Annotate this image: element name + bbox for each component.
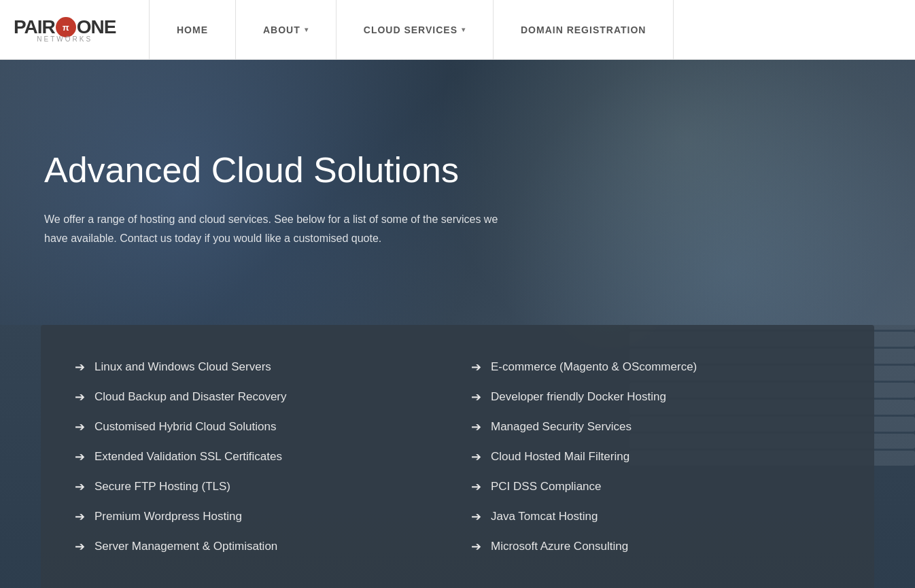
list-item: ➔ E-commerce (Magento & OScommerce) xyxy=(471,352,827,382)
list-item: ➔ Customised Hybrid Cloud Solutions xyxy=(75,412,444,442)
nav-about-label: ABOUT xyxy=(263,24,300,35)
nav-item-home[interactable]: HOME xyxy=(150,0,236,59)
services-grid: ➔ Linux and Windows Cloud Servers ➔ Clou… xyxy=(75,352,840,561)
arrow-icon-14: ➔ xyxy=(471,539,481,554)
service-label-2: Cloud Backup and Disaster Recovery xyxy=(94,390,287,404)
list-item: ➔ Managed Security Services xyxy=(471,412,827,442)
nav-item-domain[interactable]: DOMAIN REGISTRATION xyxy=(494,0,674,59)
arrow-icon-6: ➔ xyxy=(75,509,85,524)
service-label-12: PCI DSS Compliance xyxy=(491,480,602,494)
logo-pi-icon: π xyxy=(56,17,76,37)
hero-content: Advanced Cloud Solutions We offer a rang… xyxy=(44,151,871,247)
logo-networks-text: NETWORKS xyxy=(37,35,92,43)
list-item: ➔ Premium Wordpress Hosting xyxy=(75,502,444,532)
nav-items: HOME ABOUT ▾ CLOUD SERVICES ▾ DOMAIN REG… xyxy=(150,0,915,59)
arrow-icon-8: ➔ xyxy=(471,360,481,375)
service-label-6: Premium Wordpress Hosting xyxy=(94,510,242,523)
list-item: ➔ Secure FTP Hosting (TLS) xyxy=(75,472,444,502)
list-item: ➔ Developer friendly Docker Hosting xyxy=(471,382,827,412)
arrow-icon-11: ➔ xyxy=(471,449,481,464)
services-column-left: ➔ Linux and Windows Cloud Servers ➔ Clou… xyxy=(75,352,458,561)
service-label-9: Developer friendly Docker Hosting xyxy=(491,390,666,404)
arrow-icon-9: ➔ xyxy=(471,390,481,404)
arrow-icon-1: ➔ xyxy=(75,360,85,375)
service-label-10: Managed Security Services xyxy=(491,420,632,434)
page-body: Advanced Cloud Solutions We offer a rang… xyxy=(0,60,915,588)
arrow-icon-3: ➔ xyxy=(75,419,85,434)
cloud-dropdown-icon: ▾ xyxy=(462,26,466,33)
list-item: ➔ Cloud Backup and Disaster Recovery xyxy=(75,382,444,412)
logo[interactable]: PAIR π ONE NETWORKS xyxy=(0,0,150,59)
list-item: ➔ Extended Validation SSL Certificates xyxy=(75,442,444,472)
arrow-icon-7: ➔ xyxy=(75,539,85,554)
hero-section: Advanced Cloud Solutions We offer a rang… xyxy=(0,60,915,325)
arrow-icon-13: ➔ xyxy=(471,509,481,524)
hero-description: We offer a range of hosting and cloud se… xyxy=(44,210,506,247)
list-item: ➔ PCI DSS Compliance xyxy=(471,472,827,502)
list-item: ➔ Server Management & Optimisation xyxy=(75,532,444,561)
nav-cloud-label: CLOUD SERVICES xyxy=(364,24,458,35)
service-label-14: Microsoft Azure Consulting xyxy=(491,540,628,553)
arrow-icon-10: ➔ xyxy=(471,419,481,434)
service-label-1: Linux and Windows Cloud Servers xyxy=(94,360,271,374)
about-dropdown-icon: ▾ xyxy=(305,26,309,33)
list-item: ➔ Microsoft Azure Consulting xyxy=(471,532,827,561)
nav-item-about[interactable]: ABOUT ▾ xyxy=(236,0,336,59)
service-label-8: E-commerce (Magento & OScommerce) xyxy=(491,360,697,374)
service-label-5: Secure FTP Hosting (TLS) xyxy=(94,480,230,494)
service-label-4: Extended Validation SSL Certificates xyxy=(94,450,282,464)
list-item: ➔ Java Tomcat Hosting xyxy=(471,502,827,532)
arrow-icon-4: ➔ xyxy=(75,449,85,464)
navbar: PAIR π ONE NETWORKS HOME ABOUT ▾ CLOUD S… xyxy=(0,0,915,60)
nav-domain-label: DOMAIN REGISTRATION xyxy=(521,24,646,35)
arrow-icon-12: ➔ xyxy=(471,479,481,494)
arrow-icon-5: ➔ xyxy=(75,479,85,494)
hero-title: Advanced Cloud Solutions xyxy=(44,151,871,190)
service-label-13: Java Tomcat Hosting xyxy=(491,510,598,523)
service-label-7: Server Management & Optimisation xyxy=(94,540,277,553)
services-box: ➔ Linux and Windows Cloud Servers ➔ Clou… xyxy=(41,325,874,588)
arrow-icon-2: ➔ xyxy=(75,390,85,404)
list-item: ➔ Linux and Windows Cloud Servers xyxy=(75,352,444,382)
services-column-right: ➔ E-commerce (Magento & OScommerce) ➔ De… xyxy=(458,352,840,561)
nav-home-label: HOME xyxy=(177,24,208,35)
list-item: ➔ Cloud Hosted Mail Filtering xyxy=(471,442,827,472)
nav-item-cloud-services[interactable]: CLOUD SERVICES ▾ xyxy=(336,0,494,59)
service-label-3: Customised Hybrid Cloud Solutions xyxy=(94,420,276,434)
service-label-11: Cloud Hosted Mail Filtering xyxy=(491,450,629,464)
